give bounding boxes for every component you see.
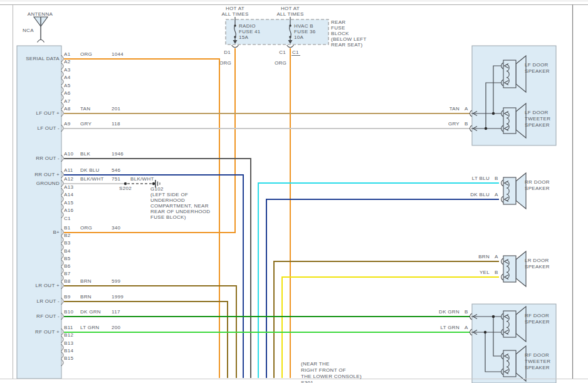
pin-A10-wire-color-label: BLK xyxy=(80,151,90,157)
pin-B11-circuit-number: 200 xyxy=(112,325,120,330)
radio-function-label: GROUND xyxy=(36,181,60,186)
rr-door-speaker-terminal-top-arc xyxy=(501,180,503,186)
ground-location-note: (LEFT SIDE OF xyxy=(150,192,188,197)
pin-A8-circuit-number: 201 xyxy=(112,106,120,112)
fuse-2-wire-color-label: ORG xyxy=(275,60,286,66)
pin-A15-label: A15 xyxy=(64,200,73,206)
pin-B8-circuit-number: 599 xyxy=(112,278,120,284)
pin-A11-circuit-number: 546 xyxy=(112,167,120,173)
rr-door-speaker-pin-letter: A xyxy=(495,192,498,197)
fuse-2-hot-label: HOT AT xyxy=(281,6,300,11)
wire-rr-door-dkblu xyxy=(266,199,499,378)
pin-B2-label: B2 xyxy=(64,233,71,238)
pin-B10-wire-color-label: DK GRN xyxy=(80,309,101,315)
junction-dot xyxy=(492,315,495,318)
pin-B1-label: B1 xyxy=(64,225,71,231)
pin-A16-label: A16 xyxy=(64,207,73,213)
pin-A4-label: A4 xyxy=(64,75,71,80)
rr-door-speaker-label: SPEAKER xyxy=(525,186,550,191)
pin-A3-label: A3 xyxy=(64,67,71,73)
pin-B7-label: B7 xyxy=(64,271,71,276)
pin-A10-circuit-number: 1946 xyxy=(112,151,123,157)
rr-door-speaker-wire-color-label: LT BLU xyxy=(472,176,490,181)
pin-B6-label: B6 xyxy=(64,263,71,269)
ground-location-note: COMPARTMENT, NEAR xyxy=(150,203,209,209)
rf-door-tweeter-speaker-label: SPEAKER xyxy=(525,365,550,370)
pin-B4-label: B4 xyxy=(64,248,71,254)
lf-door-speaker-label: LF DOOR xyxy=(525,62,549,68)
rf-door-tweeter-speaker-label: TWEETER xyxy=(525,359,550,364)
fuse-2-label: FUSE 36 xyxy=(294,29,316,34)
radio-function-label: RR OUT - xyxy=(36,155,60,161)
pin-A13-label: A13 xyxy=(64,184,73,190)
junction-dot xyxy=(485,127,487,130)
wire-b-plus-org xyxy=(64,48,235,233)
fuse-block-location-note: (BELOW LEFT xyxy=(331,36,367,42)
pin-A10-label: A10 xyxy=(64,151,73,157)
lr-door-speaker-pin-letter: B xyxy=(495,270,498,275)
rr-door-speaker-wire-color-label: DK BLU xyxy=(470,192,490,197)
lf-speaker-box-pin-letter: A xyxy=(465,106,468,112)
splice-label: S202 xyxy=(119,186,132,191)
pin-B10-label: B10 xyxy=(64,309,73,315)
pin-A14-label: A14 xyxy=(64,192,73,197)
fuse-block-location-note: REAR xyxy=(331,19,345,25)
pin-B3-label: B3 xyxy=(64,240,71,246)
ground-location-note: REAR OF UNDERHOOD xyxy=(150,209,210,214)
console-location-note: (NEAR THE xyxy=(301,361,330,367)
radio-function-label: LF OUT - xyxy=(37,125,60,131)
rr-door-speaker-icon xyxy=(503,177,516,204)
lf-speaker-box-wire-color-label: GRY xyxy=(448,121,459,127)
radio-function-label: RF OUT - xyxy=(36,313,60,319)
pin-B9-wire-color-label: BRN xyxy=(80,294,92,300)
pin-A1-circuit-number: 1044 xyxy=(112,51,123,57)
pin-B11-wire-color-label: LT GRN xyxy=(80,325,99,330)
console-location-note: RIGHT FRONT OF xyxy=(301,367,346,373)
fuse-1-hot-label: ALL TIMES xyxy=(221,11,248,17)
pin-B10-circuit-number: 117 xyxy=(112,309,120,315)
fuse-2-cavity-label: C1 xyxy=(279,50,286,55)
lr-door-speaker-icon xyxy=(503,256,516,282)
pin-B5-label: B5 xyxy=(64,256,71,261)
pin-B1-circuit-number: 340 xyxy=(112,225,120,231)
lr-door-speaker-wire-color-label: YEL xyxy=(480,270,490,275)
rf-door-speaker-icon xyxy=(503,311,516,337)
radio-function-label: RF OUT + xyxy=(35,329,60,335)
ground-location-note: UNDERHOOD xyxy=(150,197,185,203)
fuse-2-label: 10A xyxy=(294,34,303,40)
pin-B15-label: B15 xyxy=(64,355,73,361)
fuse-block-location-note: REAR SEAT) xyxy=(331,42,362,48)
fuse-1-label: FUSE 41 xyxy=(239,29,261,34)
rf-speaker-box-wire-color-label: LT GRN xyxy=(441,325,459,330)
pin-B1-wire-color-label: ORG xyxy=(80,225,92,231)
pin-B12-label: B12 xyxy=(64,332,73,338)
lf-door-speaker-label: SPEAKER xyxy=(525,68,550,74)
fuse-1-hot-label: HOT AT xyxy=(226,6,244,11)
ground-wire-color-label: BLK/WHT xyxy=(130,176,154,182)
lf-door-tweeter-speaker-label: TWEETER xyxy=(525,116,550,122)
lf-door-tweeter-speaker-label: SPEAKER xyxy=(525,122,550,128)
lr-door-speaker-wire-color-label: BRN xyxy=(478,254,490,260)
pin-A11-label: A11 xyxy=(64,167,73,173)
pin-A12-wire-color-label: BLK/WHT xyxy=(80,176,104,182)
rf-door-tweeter-speaker-label: RF DOOR xyxy=(525,352,549,358)
lr-door-speaker-label: LR DOOR xyxy=(525,258,549,263)
wire-rr-door-ltblu xyxy=(258,183,499,378)
rf-door-speaker-label: SPEAKER xyxy=(525,319,550,325)
rr-door-speaker-label: RR DOOR xyxy=(525,179,550,185)
fuse-1-cavity-label: D1 xyxy=(224,50,231,55)
radio-function-label: SERIAL DATA xyxy=(26,56,60,61)
pin-A5-label: A5 xyxy=(64,83,71,88)
fuse-2-connector-arc xyxy=(287,45,294,48)
pin-A11-wire-color-label: DK BLU xyxy=(80,167,100,173)
pin-A9-label: A9 xyxy=(64,121,71,127)
rr-door-speaker-terminal-bottom-arc xyxy=(501,196,503,202)
ground-location-note: G102 xyxy=(150,186,164,192)
junction-dot xyxy=(492,112,495,115)
wiring-diagram-canvas: ANTENNANCAREARFUSEBLOCK(BELOW LEFTREAR S… xyxy=(0,0,588,383)
fuse-block-location-note: BLOCK xyxy=(331,31,349,36)
fuse-1-label: RADIO xyxy=(239,23,256,29)
fuse-1-label: 15A xyxy=(239,34,248,40)
lr-door-speaker-terminal-top-arc xyxy=(501,258,503,265)
pin-B9-circuit-number: 1999 xyxy=(112,294,123,300)
